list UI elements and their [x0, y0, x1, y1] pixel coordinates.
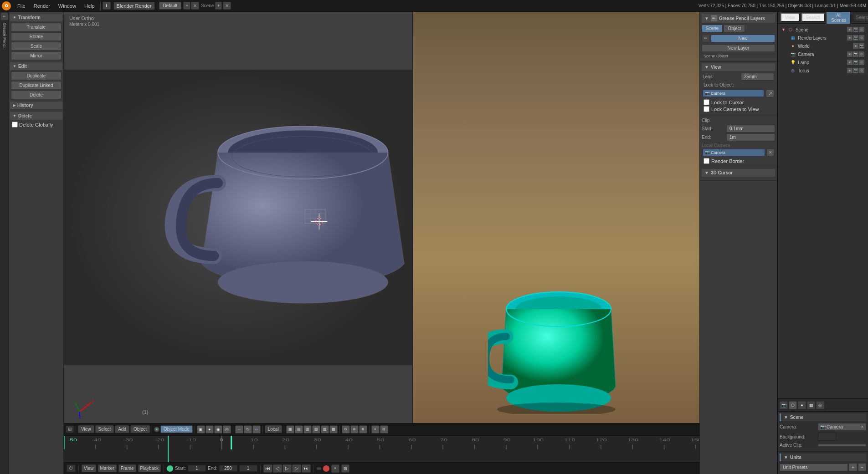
w-vis[interactable]: 👁 — [853, 43, 858, 49]
duplicate-btn[interactable]: Duplicate — [11, 71, 62, 80]
menu-render[interactable]: Render — [30, 2, 54, 10]
shade-render[interactable]: ◎ — [223, 425, 231, 433]
rec-btn[interactable] — [323, 465, 329, 472]
tl-view-btn[interactable]: View — [82, 464, 96, 472]
add-btn[interactable]: Add — [115, 425, 129, 433]
duplicate-linked-btn[interactable]: Duplicate Linked — [11, 81, 62, 90]
timeline-ruler[interactable]: -50 -40 -30 -20 -10 0 10 20 — [64, 436, 699, 449]
rl-cam[interactable]: 📷 — [853, 35, 858, 41]
c-cam[interactable]: 📷 — [853, 51, 858, 57]
shade-wire[interactable]: ▣ — [197, 425, 205, 433]
grid-4[interactable]: ▧ — [312, 425, 320, 433]
layout-close[interactable]: ✕ — [191, 2, 199, 10]
tl-editor-icon[interactable]: ⏱ — [67, 464, 76, 472]
prop-1[interactable]: ⊙ — [342, 425, 350, 433]
rotate-btn[interactable]: Rotate — [11, 32, 62, 41]
grid-5[interactable]: ▨ — [321, 425, 329, 433]
l-vis[interactable]: 👁 — [847, 60, 853, 65]
shade-solid[interactable]: ● — [205, 425, 214, 433]
menu-file[interactable]: File — [14, 2, 29, 10]
scene-section-header[interactable]: ▼ Scene — [780, 413, 866, 421]
tl-end-input[interactable] — [219, 465, 237, 472]
rl-vis[interactable]: 👁 — [847, 35, 853, 41]
prop-icon-obj[interactable]: ▦ — [807, 401, 815, 409]
lens-value[interactable]: 35mm — [741, 73, 774, 81]
outliner-search-input[interactable] — [853, 14, 868, 21]
tl-snap-btn[interactable]: ⌖ — [331, 464, 339, 473]
prop-3[interactable]: ⊗ — [359, 425, 367, 433]
scene-close[interactable]: ✕ — [223, 2, 231, 10]
transform-header[interactable]: ▼ Transform — [10, 14, 62, 21]
l-cam[interactable]: 📷 — [853, 60, 858, 65]
prop-icon-mat[interactable]: ◎ — [816, 401, 824, 409]
menu-window[interactable]: Window — [55, 2, 80, 10]
gp-object-btn[interactable]: Object — [724, 25, 745, 32]
jump-end-btn[interactable]: ⏭ — [302, 464, 311, 473]
tl-marker-btn[interactable]: Marker — [98, 464, 117, 472]
prop-icon-render[interactable]: 📷 — [780, 401, 788, 409]
delete-edit-btn[interactable]: Delete — [11, 91, 62, 99]
menu-help[interactable]: Help — [81, 2, 98, 10]
manip-translate[interactable]: ↔ — [235, 425, 243, 433]
c-render[interactable]: ⊙ — [859, 51, 864, 57]
prop-icon-world[interactable]: ● — [798, 401, 806, 409]
tree-lamp[interactable]: 💡 Lamp 👁 📷 ⊙ — [780, 58, 866, 66]
clip-start-value[interactable]: 0.1mm — [726, 125, 775, 133]
object-btn[interactable]: Object — [130, 425, 150, 433]
tl-current-frame[interactable] — [239, 465, 257, 472]
t-render[interactable]: ⊙ — [859, 68, 864, 73]
viewport-3d[interactable]: User Ortho Meters x 0.001 — [64, 12, 412, 423]
prop-icon-scene[interactable]: ⬡ — [789, 401, 797, 409]
history-header[interactable]: ▶ History — [10, 102, 62, 109]
clip-prop-value[interactable] — [818, 444, 866, 447]
lock-expand[interactable]: ↗ — [766, 89, 774, 97]
jump-start-btn[interactable]: ⏮ — [263, 464, 272, 473]
rl-render[interactable]: ⊙ — [859, 35, 864, 41]
local-cam-btn[interactable]: 📷 Camera — [703, 149, 765, 156]
gp-new-btn[interactable]: New — [711, 35, 775, 42]
units-header[interactable]: ▼ Units — [780, 454, 866, 461]
engine-selector[interactable]: Blender Render — [113, 2, 155, 10]
cursor-header[interactable]: ▼ 3D Cursor — [702, 169, 775, 177]
cam-prop-close[interactable]: ✕ — [861, 425, 864, 429]
w-cam[interactable]: 📷 — [859, 43, 864, 49]
outliner-all-scenes-btn[interactable]: All Scenes — [827, 12, 851, 25]
manip-rotate[interactable]: ↻ — [244, 425, 252, 433]
mode-btn[interactable]: Object Mode — [160, 425, 193, 433]
tl-frame-btn[interactable]: Frame — [118, 464, 136, 472]
manip-scale[interactable]: ⇔ — [252, 425, 261, 433]
tree-scene[interactable]: ▼ ⬡ Scene 👁 📷 ⊙ — [780, 25, 866, 34]
t-cam[interactable]: 📷 — [853, 68, 858, 73]
lock-camera-btn[interactable]: 📷 Camera — [703, 90, 764, 97]
shade-mat[interactable]: ◉ — [214, 425, 222, 433]
layout-add[interactable]: + — [183, 2, 190, 10]
prop-2[interactable]: ⊕ — [350, 425, 359, 433]
snap-1[interactable]: ⌖ — [371, 425, 380, 433]
lock-cursor-check[interactable] — [704, 99, 709, 105]
grid-1[interactable]: ▦ — [286, 425, 294, 433]
local-cam-x[interactable]: ✕ — [767, 149, 774, 156]
render-border-check[interactable] — [704, 158, 709, 164]
vp-editor-icon[interactable]: ⊞ — [66, 425, 74, 433]
tree-world[interactable]: ● World 👁 📷 — [780, 42, 866, 50]
tl-playback-btn[interactable]: Playback — [138, 464, 161, 472]
scene-cam[interactable]: 📷 — [853, 27, 858, 32]
cam-prop-value[interactable]: 📷 Camera ✕ — [818, 423, 866, 431]
outliner-search-btn[interactable]: Search — [801, 13, 825, 22]
view-btn[interactable]: View — [78, 425, 94, 433]
select-btn[interactable]: Select — [95, 425, 114, 433]
grid-6[interactable]: ▩ — [329, 425, 338, 433]
mirror-btn[interactable]: Mirror — [11, 51, 62, 60]
grid-3[interactable]: ▥ — [303, 425, 312, 433]
delete-globally-check[interactable] — [12, 122, 18, 127]
unit-plus-btn[interactable]: + — [849, 463, 857, 471]
c-vis[interactable]: 👁 — [847, 51, 853, 57]
no-sync-btn[interactable] — [317, 467, 321, 470]
tree-camera[interactable]: 📷 Camera 👁 📷 ⊙ — [780, 50, 866, 58]
grid-2[interactable]: ▤ — [295, 425, 303, 433]
tree-torus[interactable]: ◎ Torus 👁 📷 ⊙ — [780, 66, 866, 75]
gp-icon1[interactable]: ✏ — [702, 34, 710, 42]
info-editor-type[interactable]: ℹ — [103, 2, 111, 10]
delete-header[interactable]: ▼ Delete — [10, 112, 62, 120]
scene-render[interactable]: ⊙ — [859, 27, 864, 32]
